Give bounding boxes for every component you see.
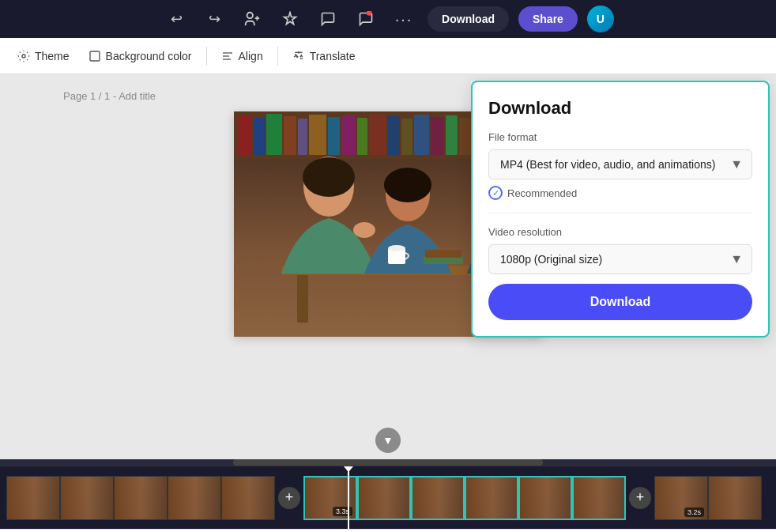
- align-label: Align: [239, 50, 263, 62]
- bg-color-label: Background color: [106, 50, 192, 62]
- timeline-clip[interactable]: [168, 476, 221, 520]
- download-panel-title: Download: [488, 98, 752, 119]
- download-panel-wrapper: Download File format MP4 (Best for video…: [471, 81, 770, 203]
- svg-point-38: [384, 168, 431, 202]
- svg-point-44: [353, 222, 375, 238]
- bg-color-button[interactable]: Background color: [81, 45, 200, 67]
- theme-button[interactable]: Theme: [9, 45, 77, 67]
- svg-point-0: [247, 13, 253, 18]
- timeline-clip[interactable]: [708, 476, 762, 520]
- timeline-track: + 3.3s + 3.2s: [0, 466, 776, 529]
- bg-color-icon: [89, 50, 101, 62]
- expand-arrow-button[interactable]: ▼: [375, 428, 401, 453]
- download-button[interactable]: Download: [428, 6, 509, 32]
- theme-icon: [17, 50, 30, 62]
- align-button[interactable]: Align: [213, 45, 271, 67]
- download-panel: Download File format MP4 (Best for video…: [471, 81, 770, 338]
- timeline-scrollbar[interactable]: [0, 459, 776, 466]
- playhead: [348, 466, 349, 529]
- translate-label: Translate: [310, 50, 356, 62]
- bottom-bar: Show layer timing ℹ 168% ▼: [0, 529, 776, 532]
- secondary-toolbar: Theme Background color Align Translate: [0, 38, 776, 74]
- redo-button[interactable]: ↪: [200, 5, 228, 33]
- page-label: Page 1 / 1 - Add title: [63, 90, 156, 102]
- magic-button[interactable]: [276, 5, 304, 33]
- recommended-text: Recommended: [507, 187, 577, 199]
- chat-button[interactable]: [352, 5, 380, 33]
- download-main-button[interactable]: Download: [488, 284, 752, 320]
- timeline-clip[interactable]: [221, 476, 275, 520]
- video-resolution-label: Video resolution: [488, 226, 752, 238]
- recommended-badge: ✓ Recommended: [488, 186, 752, 200]
- timeline-clip[interactable]: [6, 476, 60, 520]
- panel-divider: [488, 213, 752, 213]
- svg-point-36: [303, 157, 355, 197]
- main-area: Page 1 / 1 - Add title: [0, 74, 776, 459]
- comment-button[interactable]: [314, 5, 342, 33]
- check-circle-icon: ✓: [488, 186, 503, 200]
- timeline-clip[interactable]: [465, 476, 518, 520]
- top-toolbar: ↩ ↪ ··· Download Share U: [0, 0, 776, 38]
- svg-point-4: [22, 55, 25, 58]
- timeline-clip[interactable]: [411, 476, 465, 520]
- toolbar-divider: [206, 47, 207, 66]
- timeline-clip[interactable]: [114, 476, 168, 520]
- theme-label: Theme: [35, 50, 70, 62]
- add-clip-button[interactable]: +: [278, 487, 300, 509]
- svg-point-3: [367, 11, 372, 16]
- more-options-button[interactable]: ···: [390, 5, 418, 33]
- align-icon: [221, 50, 234, 62]
- file-format-label: File format: [488, 131, 752, 143]
- share-button[interactable]: Share: [518, 6, 578, 32]
- translate-button[interactable]: Translate: [284, 45, 364, 67]
- toolbar-divider-2: [277, 47, 278, 66]
- timeline-clip[interactable]: [572, 476, 626, 520]
- svg-rect-43: [425, 250, 461, 258]
- avatar[interactable]: U: [587, 6, 614, 32]
- video-resolution-wrapper: 1080p (Original size) 720p 480p 360p ▼: [488, 244, 752, 274]
- translate-icon: [292, 50, 305, 62]
- file-format-wrapper: MP4 (Best for video, audio, and animatio…: [488, 149, 752, 179]
- svg-rect-33: [297, 275, 308, 323]
- undo-button[interactable]: ↩: [162, 5, 190, 33]
- svg-point-41: [388, 245, 405, 251]
- clip2-duration-label: 3.2s: [684, 507, 704, 517]
- clip-duration-label: 3.3s: [333, 507, 352, 516]
- timeline: + 3.3s + 3.2s: [0, 466, 776, 529]
- timeline-clip[interactable]: [60, 476, 114, 520]
- file-format-select[interactable]: MP4 (Best for video, audio, and animatio…: [488, 149, 752, 179]
- svg-rect-5: [90, 51, 100, 61]
- timeline-clip[interactable]: 3.2s: [654, 476, 708, 520]
- add-clip-button-2[interactable]: +: [629, 487, 651, 509]
- timeline-clip[interactable]: [357, 476, 411, 520]
- add-collaborator-button[interactable]: [238, 5, 266, 33]
- timeline-scroll-thumb[interactable]: [233, 459, 544, 466]
- video-resolution-select[interactable]: 1080p (Original size) 720p 480p 360p: [488, 244, 752, 274]
- timeline-clip[interactable]: [518, 476, 572, 520]
